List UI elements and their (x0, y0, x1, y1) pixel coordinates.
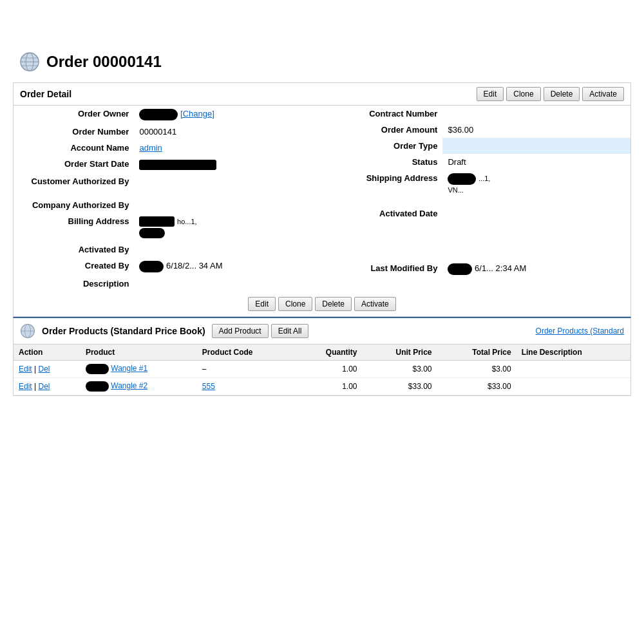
page-header: Order 00000141 (19, 52, 631, 72)
product-row-2: Edit | Del Wangle #2 555 1.00 $33.00 $33… (14, 378, 630, 395)
clone-button-bottom[interactable]: Clone (278, 297, 312, 311)
col-unit-price: Unit Price (363, 345, 437, 361)
row2-del-link[interactable]: Del (38, 382, 50, 391)
spacer-row-2 (322, 198, 630, 205)
products-title: Order Products (Standard Price Book) (42, 326, 205, 336)
order-detail-body: Order Owner [Change] Order Number 000001… (14, 106, 630, 292)
activated-date-value (442, 205, 630, 222)
order-detail-footer-buttons: Edit Clone Delete Activate (14, 292, 630, 316)
company-auth-label: Company Authorized By (14, 197, 134, 213)
products-header: Order Products (Standard Price Book) Add… (14, 318, 630, 345)
col-line-description: Line Description (516, 345, 630, 361)
add-product-button[interactable]: Add Product (212, 324, 269, 338)
order-owner-value: [Change] (134, 106, 322, 124)
modified-redacted (448, 263, 472, 275)
billing-address-row: Billing Address ho...1, (14, 213, 322, 242)
products-header-row: Action Product Product Code Quantity Uni… (14, 345, 630, 361)
description-value (134, 276, 322, 292)
edit-button-bottom[interactable]: Edit (248, 297, 276, 311)
order-start-date-row: Order Start Date (14, 156, 322, 173)
row2-edit-link[interactable]: Edit (19, 382, 32, 391)
row1-del-link[interactable]: Del (38, 365, 50, 374)
contract-number-row: Contract Number (322, 106, 630, 122)
products-standard-link[interactable]: Order Products (Standard (536, 327, 624, 336)
delete-button-bottom[interactable]: Delete (315, 297, 352, 311)
status-label: Status (322, 154, 442, 170)
order-type-label: Order Type (322, 138, 442, 154)
row2-unit-price: $33.00 (363, 378, 437, 395)
row2-code-link[interactable]: 555 (202, 382, 215, 391)
row1-product: Wangle #1 (80, 361, 197, 378)
row2-product-redacted (86, 381, 109, 392)
row2-code: 555 (197, 378, 296, 395)
order-type-value (442, 138, 630, 154)
created-redacted (139, 261, 164, 272)
created-by-value: 6/18/2... 34 AM (134, 258, 322, 276)
order-owner-label: Order Owner (14, 106, 134, 124)
description-row: Description (14, 276, 322, 292)
col-quantity: Quantity (295, 345, 362, 361)
last-modified-row: Last Modified By 6/1... 2:34 AM (322, 260, 630, 278)
shipping-address-value: ...1, VN... (442, 170, 630, 198)
shipping-address-row: Shipping Address ...1, VN... (322, 170, 630, 198)
edit-all-button[interactable]: Edit All (271, 324, 309, 338)
activated-by-value (134, 242, 322, 258)
status-row: Status Draft (322, 154, 630, 170)
row2-line-desc (516, 378, 630, 395)
products-table-body: Edit | Del Wangle #1 – 1.00 $3.00 $3.00 … (14, 361, 630, 395)
products-icon (20, 323, 35, 339)
order-detail-header: Order Detail Edit Clone Delete Activate (14, 83, 630, 106)
right-spacer-row (322, 222, 630, 260)
order-products-section: Order Products (Standard Price Book) Add… (13, 317, 631, 396)
activated-by-row: Activated By (14, 242, 322, 258)
order-number-row: Order Number 00000141 (14, 124, 322, 140)
page-title: Order 00000141 (46, 53, 162, 71)
order-start-date-label: Order Start Date (14, 156, 134, 173)
order-start-date-value (134, 156, 322, 173)
row1-code: – (197, 361, 296, 378)
created-by-label: Created By (14, 258, 134, 276)
billing-redacted-2 (139, 228, 165, 238)
order-type-row: Order Type (322, 138, 630, 154)
activated-by-label: Activated By (14, 242, 134, 258)
company-auth-row: Company Authorized By (14, 197, 322, 213)
last-modified-date: 6/1... 2:34 AM (475, 263, 526, 273)
owner-redacted (139, 109, 178, 120)
product-row-1: Edit | Del Wangle #1 – 1.00 $3.00 $3.00 (14, 361, 630, 378)
last-modified-value: 6/1... 2:34 AM (442, 260, 630, 278)
products-title-group: Order Products (Standard Price Book) Add… (20, 323, 308, 339)
order-owner-row: Order Owner [Change] (14, 106, 322, 124)
right-column: Contract Number Order Amount $36.00 Orde… (322, 106, 630, 292)
col-action: Action (14, 345, 80, 361)
left-column: Order Owner [Change] Order Number 000001… (14, 106, 322, 292)
owner-change-link[interactable]: [Change] (180, 109, 214, 118)
row2-total-price: $33.00 (437, 378, 516, 395)
row1-product-link[interactable]: Wangle #1 (111, 364, 147, 373)
created-by-date: 6/18/2... 34 AM (166, 261, 222, 271)
created-by-row: Created By 6/18/2... 34 AM (14, 258, 322, 276)
activate-button-bottom[interactable]: Activate (354, 297, 396, 311)
account-name-row: Account Name admin (14, 140, 322, 156)
order-detail-title: Order Detail (20, 89, 71, 99)
row2-product-link[interactable]: Wangle #2 (111, 381, 147, 390)
products-table-header: Action Product Product Code Quantity Uni… (14, 345, 630, 361)
row1-edit-link[interactable]: Edit (19, 365, 32, 374)
row1-action: Edit | Del (14, 361, 80, 378)
activated-date-label: Activated Date (322, 205, 442, 222)
delete-button[interactable]: Delete (544, 87, 580, 101)
order-number-value: 00000141 (134, 124, 322, 140)
order-icon (19, 52, 40, 72)
activate-button[interactable]: Activate (582, 87, 624, 101)
billing-redacted-1 (139, 216, 175, 227)
shipping-redacted (448, 173, 476, 185)
account-name-link[interactable]: admin (139, 143, 162, 153)
clone-button[interactable]: Clone (506, 87, 540, 101)
col-product-code: Product Code (197, 345, 296, 361)
customer-auth-value (134, 173, 322, 189)
products-buttons: Add Product Edit All (212, 324, 309, 338)
right-detail-table: Contract Number Order Amount $36.00 Orde… (322, 106, 630, 278)
last-modified-label: Last Modified By (322, 260, 442, 278)
spacer-row-1 (14, 189, 322, 197)
customer-auth-label: Customer Authorized By (14, 173, 134, 189)
edit-button[interactable]: Edit (477, 87, 504, 101)
